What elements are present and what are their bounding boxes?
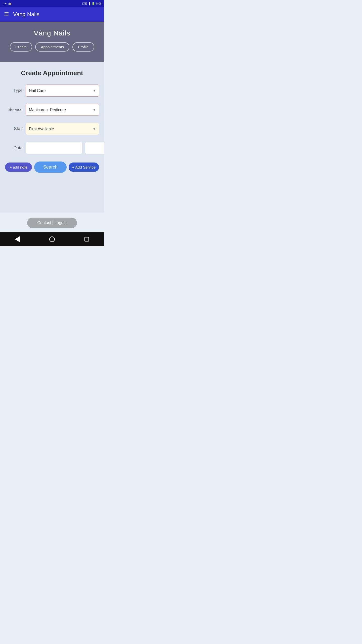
appointments-button[interactable]: Appointments [35,42,69,52]
service-select-wrapper: Manicure + Pedicure Manicure Pedicure ▼ [26,104,99,116]
footer: Contact | Logout [0,213,104,232]
network-type: LTE [82,2,87,5]
date-time-wrapper [26,142,104,154]
staff-select[interactable]: First Available Staff 1 Staff 2 [26,123,99,135]
salon-name: Vàng Nails [34,29,70,37]
notification-icon: ! [3,2,3,5]
message-icon: ✉ [5,2,7,5]
action-row: + add note Search + Add Service [5,162,99,173]
clock: 8:06 [96,2,102,5]
staff-select-wrapper: First Available Staff 1 Staff 2 ▼ [26,123,99,135]
recents-button[interactable] [82,234,92,244]
home-icon [49,236,55,242]
android-icon: 🤖 [8,2,12,5]
hero-nav-buttons: Create Appointments Profile [10,42,94,52]
signal-icon: ▐ [88,2,90,5]
status-right-icons: LTE ▐ 🔋 8:06 [82,2,102,5]
date-input[interactable] [26,142,82,154]
time-input[interactable] [85,142,104,154]
date-field-group: Date [5,142,99,154]
profile-button[interactable]: Profile [72,42,94,52]
status-bar: ! ✉ 🤖 LTE ▐ 🔋 8:06 [0,0,104,7]
hero-section: Vàng Nails Create Appointments Profile [0,22,104,62]
footer-links[interactable]: Contact | Logout [27,218,77,228]
back-icon [15,236,20,242]
type-field-group: Type Nail Care Hair Waxing ▼ [5,85,99,97]
battery-icon: 🔋 [92,2,95,5]
search-button[interactable]: Search [34,162,67,173]
app-title: Vang Nails [13,11,39,18]
add-note-button[interactable]: + add note [5,163,32,172]
service-label: Service [5,107,23,112]
staff-label: Staff [5,126,23,131]
back-button[interactable] [12,234,22,244]
service-field-group: Service Manicure + Pedicure Manicure Ped… [5,104,99,116]
android-nav-bar [0,232,104,246]
date-label: Date [5,145,23,150]
home-button[interactable] [47,234,57,244]
staff-field-group: Staff First Available Staff 1 Staff 2 ▼ [5,123,99,135]
recents-icon [84,237,89,242]
type-select[interactable]: Nail Care Hair Waxing [26,85,99,97]
main-content: Create Appointment Type Nail Care Hair W… [0,62,104,213]
status-left-icons: ! ✉ 🤖 [3,2,12,5]
top-nav-bar: ☰ Vang Nails [0,7,104,22]
hamburger-menu-icon[interactable]: ☰ [4,11,9,18]
add-service-button[interactable]: + Add Service [69,163,99,172]
type-label: Type [5,88,23,93]
type-select-wrapper: Nail Care Hair Waxing ▼ [26,85,99,97]
section-title: Create Appointment [5,69,99,77]
create-button[interactable]: Create [10,42,32,52]
service-select[interactable]: Manicure + Pedicure Manicure Pedicure [26,104,99,116]
